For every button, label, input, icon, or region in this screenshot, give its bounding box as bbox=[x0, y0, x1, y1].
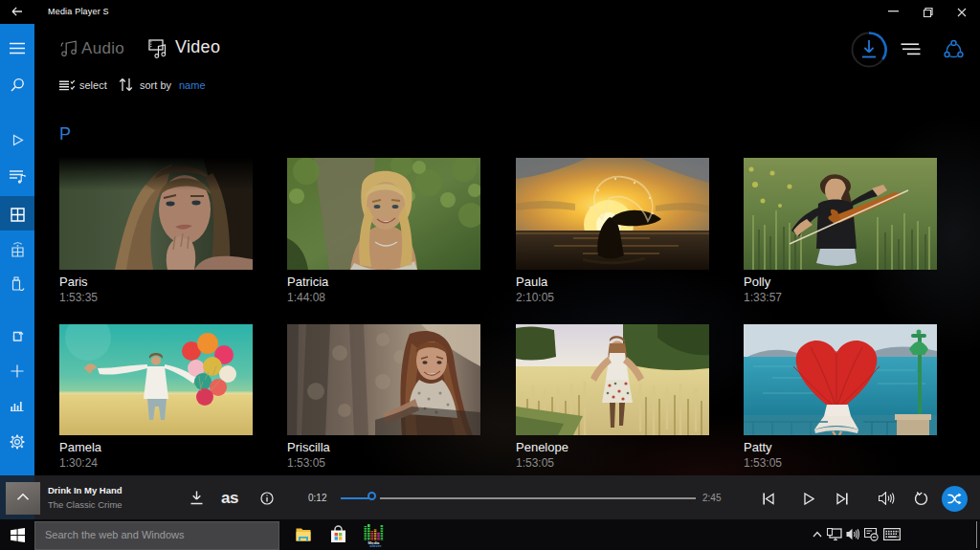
svg-text:player: player bbox=[369, 543, 382, 547]
svg-text:as: as bbox=[221, 490, 238, 506]
